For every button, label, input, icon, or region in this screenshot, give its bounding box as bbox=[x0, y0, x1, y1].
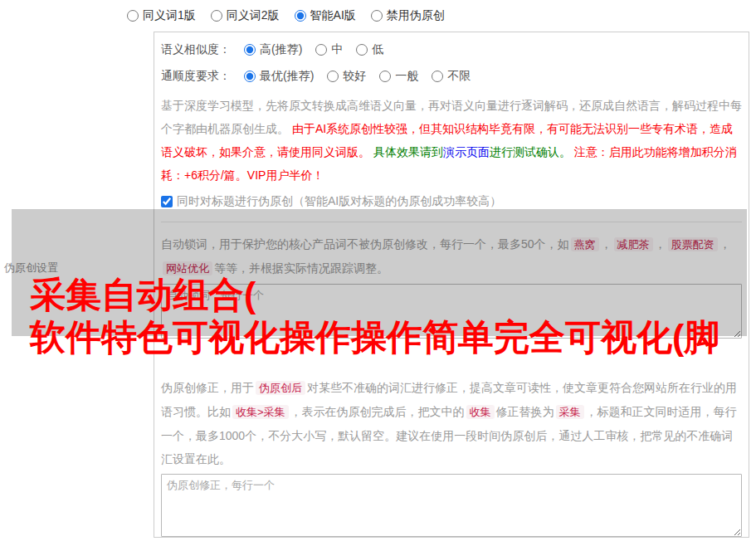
radio-fluency-normal-input[interactable] bbox=[379, 71, 391, 82]
fix-tag-from: 收集 bbox=[466, 405, 495, 419]
radio-fluency-any-input[interactable] bbox=[432, 71, 443, 82]
radio-fluency-good-label: 较好 bbox=[343, 69, 366, 84]
intro-green-text-2: 进行测试确认。 bbox=[490, 145, 574, 158]
fix-tag-after: 伪原创后 bbox=[256, 381, 305, 395]
radio-disable-pseudo-label: 禁用伪原创 bbox=[387, 8, 445, 23]
radio-fluency-best[interactable]: 最优(推荐) bbox=[244, 69, 314, 84]
radio-fluency-good-input[interactable] bbox=[327, 71, 339, 82]
radio-fluency-any[interactable]: 不限 bbox=[432, 69, 471, 84]
ai-intro-paragraph: 基于深度学习模型，先将原文转换成高维语义向量，再对语义向量进行逐词解码，还原成自… bbox=[161, 94, 742, 187]
radio-similarity-mid[interactable]: 中 bbox=[315, 42, 343, 57]
fix-desc-text-4: 修正替换为 bbox=[496, 405, 554, 418]
watermark-line-1: 采集自动组合( bbox=[30, 274, 719, 316]
radio-similarity-mid-input[interactable] bbox=[315, 44, 327, 56]
fix-tag-to: 采集 bbox=[556, 405, 584, 419]
radio-similarity-low-label: 低 bbox=[372, 42, 383, 57]
radio-fluency-good[interactable]: 较好 bbox=[327, 69, 366, 84]
radio-smart-ai-input[interactable] bbox=[295, 10, 306, 22]
correction-textarea[interactable] bbox=[161, 474, 742, 537]
fix-desc-text-3: ，表示在伪原创完成后，把文中的 bbox=[290, 405, 465, 418]
radio-fluency-normal[interactable]: 一般 bbox=[379, 69, 418, 84]
radio-fluency-best-label: 最优(推荐) bbox=[260, 69, 314, 84]
radio-synonym-v1-input[interactable] bbox=[127, 10, 139, 22]
red-watermark-text: 采集自动组合( 软件特色可视化操作操作简单完全可视化(脚 bbox=[30, 274, 719, 358]
radio-synonym-v2-label: 同义词2版 bbox=[227, 8, 280, 23]
title-pseudo-checkbox-row[interactable]: 同时对标题进行伪原创（智能AI版对标题的伪原创成功率较高） bbox=[161, 194, 742, 209]
radio-similarity-high-label: 高(推荐) bbox=[260, 42, 302, 57]
intro-green-text: 具体效果请到 bbox=[373, 145, 443, 158]
fix-tag-example: 收集>采集 bbox=[232, 405, 289, 419]
fix-desc-text-1: 伪原创修正，用于 bbox=[161, 381, 254, 394]
demo-page-link[interactable]: 演示页面 bbox=[443, 145, 490, 158]
radio-similarity-high-input[interactable] bbox=[244, 44, 256, 56]
semantic-similarity-label: 语义相似度： bbox=[161, 42, 231, 57]
fluency-requirement-row: 通顺度要求： 最优(推荐) 较好 一般 不限 bbox=[161, 67, 742, 85]
radio-synonym-v2-input[interactable] bbox=[211, 10, 222, 22]
fluency-requirement-label: 通顺度要求： bbox=[161, 69, 231, 84]
radio-smart-ai[interactable]: 智能AI版 bbox=[295, 8, 356, 23]
radio-fluency-best-input[interactable] bbox=[244, 71, 256, 82]
pseudo-original-version-group: 同义词1版 同义词2版 智能AI版 禁用伪原创 bbox=[127, 8, 445, 23]
radio-synonym-v2[interactable]: 同义词2版 bbox=[211, 8, 280, 23]
radio-fluency-any-label: 不限 bbox=[447, 69, 471, 84]
radio-similarity-low-input[interactable] bbox=[356, 44, 368, 56]
radio-similarity-high[interactable]: 高(推荐) bbox=[244, 42, 302, 57]
radio-similarity-low[interactable]: 低 bbox=[356, 42, 383, 57]
watermark-line-2: 软件特色可视化操作操作简单完全可视化(脚 bbox=[30, 316, 719, 358]
radio-synonym-v1[interactable]: 同义词1版 bbox=[127, 8, 196, 23]
radio-smart-ai-label: 智能AI版 bbox=[310, 8, 356, 23]
title-pseudo-checkbox[interactable] bbox=[161, 196, 173, 207]
radio-similarity-mid-label: 中 bbox=[331, 42, 343, 57]
correction-description: 伪原创修正，用于伪原创后对某些不准确的词汇进行修正，提高文章可读性，使文章更符合… bbox=[161, 376, 742, 470]
radio-fluency-normal-label: 一般 bbox=[395, 69, 418, 84]
radio-synonym-v1-label: 同义词1版 bbox=[143, 8, 196, 23]
radio-disable-pseudo[interactable]: 禁用伪原创 bbox=[371, 8, 445, 23]
semantic-similarity-row: 语义相似度： 高(推荐) 中 低 bbox=[161, 41, 742, 59]
radio-disable-pseudo-input[interactable] bbox=[371, 10, 383, 22]
title-pseudo-checkbox-label: 同时对标题进行伪原创（智能AI版对标题的伪原创成功率较高） bbox=[177, 194, 501, 209]
